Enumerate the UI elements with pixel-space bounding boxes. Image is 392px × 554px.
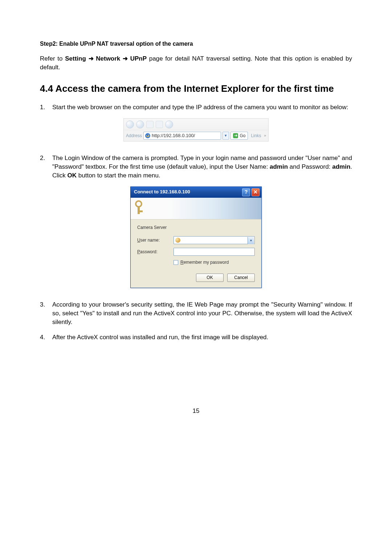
go-button[interactable]: ➜ Go (230, 132, 248, 140)
username-label: User name: (137, 237, 173, 243)
list-item-1: 1. Start the web browser on the computer… (40, 103, 352, 112)
realm-label: Camera Server (137, 225, 255, 231)
help-button[interactable]: ? (242, 188, 250, 196)
item-number: 2. (40, 154, 52, 180)
list-item-3: 3. According to your browser's security … (40, 300, 352, 326)
remember-checkbox[interactable] (173, 260, 178, 265)
back-button[interactable] (126, 120, 134, 128)
item-text: According to your browser's security set… (52, 300, 352, 326)
dialog-titlebar: Connect to 192.168.0.100 ? ✕ (131, 187, 261, 198)
page-number: 15 (40, 407, 352, 415)
step2-paragraph: Refer to Setting ➜ Network ➜ UPnP page f… (40, 54, 352, 72)
setting-bold: Setting (65, 55, 86, 62)
admin-bold: admin (270, 163, 288, 170)
refresh-button[interactable] (156, 121, 163, 128)
close-button[interactable]: ✕ (252, 188, 260, 196)
key-icon (134, 200, 146, 216)
step2-title: Step2: Enable UPnP NAT traversal option … (40, 40, 352, 48)
arrow-icon: ➜ (123, 55, 130, 62)
item-number: 1. (40, 103, 52, 112)
chevron-icon[interactable]: » (264, 133, 266, 138)
user-icon (175, 238, 180, 243)
username-dropdown-button[interactable]: ▾ (248, 237, 254, 244)
dialog-button-row: OK Cancel (131, 274, 261, 288)
ie-page-icon (145, 133, 150, 138)
item-text: After the ActiveX control was installed … (52, 333, 352, 342)
mnemonic: U (137, 238, 140, 243)
label-rest: emember my password (184, 260, 229, 265)
forward-button[interactable] (136, 120, 144, 128)
label-rest: ser name: (140, 238, 160, 243)
label-rest: assword: (140, 249, 158, 254)
password-row: Password: (137, 248, 255, 256)
ok-button[interactable]: OK (196, 274, 224, 282)
links-label[interactable]: Links (249, 133, 262, 139)
mnemonic: R (180, 260, 184, 265)
text: and Password: (288, 163, 332, 170)
home-button[interactable] (165, 120, 173, 128)
addressbar-screenshot: Address http://192.168.0.100/ ▾ ➜ Go Lin… (40, 118, 352, 141)
admin-bold: admin (332, 163, 350, 170)
username-input[interactable]: ▾ (173, 236, 255, 244)
item-number: 4. (40, 333, 52, 342)
list-item-2: 2. The Login Window of the camera is pro… (40, 154, 352, 180)
address-url: http://192.168.0.100/ (152, 132, 195, 139)
network-bold: Network (96, 55, 120, 62)
remember-label: Remember my password (180, 259, 229, 266)
item-number: 3. (40, 300, 52, 326)
login-dialog-screenshot: Connect to 192.168.0.100 ? ✕ Camera Serv… (40, 186, 352, 288)
address-label: Address (126, 133, 142, 139)
text: Refer to (40, 55, 65, 62)
address-row: Address http://192.168.0.100/ ▾ ➜ Go Lin… (124, 130, 268, 141)
text: page for detail NAT traversal setting. N… (40, 55, 352, 71)
section-heading-4-4: 4.4 Access the camera from the Internet … (40, 82, 352, 95)
password-label: Password: (137, 249, 173, 255)
dialog-title: Connect to 192.168.0.100 (132, 189, 241, 195)
address-input[interactable]: http://192.168.0.100/ (143, 132, 221, 140)
text: button to start the main menu. (77, 172, 160, 179)
login-dialog: Connect to 192.168.0.100 ? ✕ Camera Serv… (130, 186, 262, 288)
ie-toolbar: Address http://192.168.0.100/ ▾ ➜ Go Lin… (123, 118, 269, 141)
cancel-button[interactable]: Cancel (227, 274, 255, 282)
list-item-4: 4. After the ActiveX control was install… (40, 333, 352, 342)
dialog-body: Camera Server User name: ▾ Password: (131, 219, 261, 274)
username-row: User name: ▾ (137, 236, 255, 244)
address-dropdown-button[interactable]: ▾ (222, 132, 229, 140)
arrow-icon: ➜ (89, 55, 96, 62)
remember-row: Remember my password (173, 259, 255, 266)
item-text: The Login Window of the camera is prompt… (52, 154, 352, 180)
stop-button[interactable] (146, 121, 154, 128)
go-arrow-icon: ➜ (233, 133, 238, 138)
ok-bold: OK (68, 172, 77, 179)
go-label: Go (240, 133, 245, 139)
upnp-bold: UPnP (130, 55, 147, 62)
password-input[interactable] (173, 248, 255, 256)
dialog-banner (131, 198, 261, 219)
toolbar-buttons-row (124, 119, 268, 130)
item-text: Start the web browser on the computer an… (52, 103, 352, 112)
mnemonic: P (137, 249, 140, 254)
